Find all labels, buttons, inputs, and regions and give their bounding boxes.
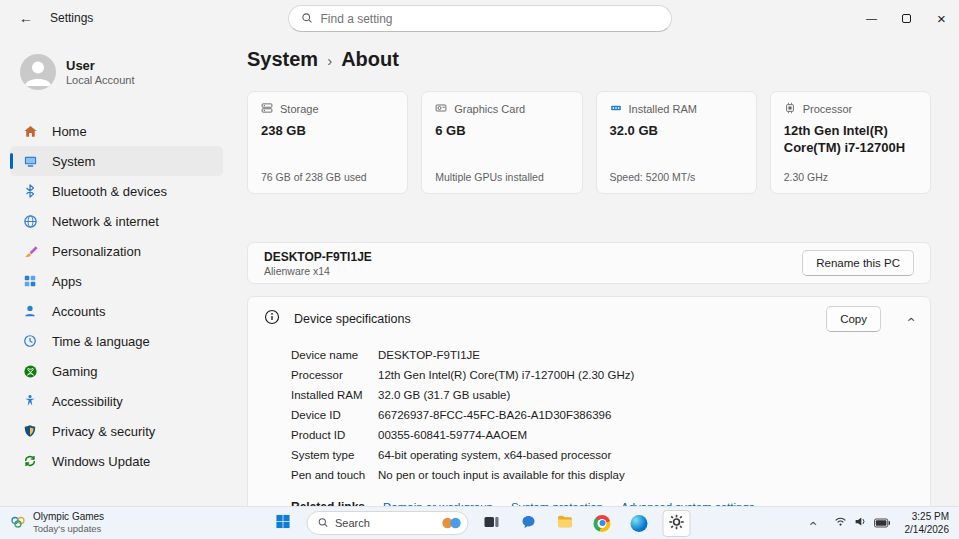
card-detail: 76 GB of 238 GB used	[261, 171, 394, 183]
sidebar-item-windows-update[interactable]: Windows Update	[10, 446, 223, 476]
user-avatar	[20, 54, 56, 90]
chrome-button[interactable]	[588, 510, 616, 537]
start-button[interactable]	[269, 510, 297, 537]
volume-icon	[854, 515, 867, 531]
spec-row: Device name DESKTOP-F9TI1JE	[291, 345, 914, 365]
system-icon	[22, 153, 38, 169]
sidebar-item-network-internet[interactable]: Network & internet	[10, 206, 223, 236]
sidebar-item-privacy-security[interactable]: Privacy & security	[10, 416, 223, 446]
battery-icon	[874, 516, 890, 531]
settings-search-input[interactable]	[321, 12, 659, 26]
card-value: 12th Gen Intel(R) Core(TM) i7-12700H	[784, 123, 917, 157]
sidebar-item-home[interactable]: Home	[10, 116, 223, 146]
copy-button[interactable]: Copy	[826, 306, 881, 332]
file-explorer-button[interactable]	[551, 510, 579, 537]
spec-row: System type 64-bit operating system, x64…	[291, 445, 914, 465]
sidebar-item-bluetooth-devices[interactable]: Bluetooth & devices	[10, 176, 223, 206]
card-value: 238 GB	[261, 123, 394, 140]
taskbar-search-box[interactable]: Search	[306, 511, 468, 535]
chat-button[interactable]	[514, 510, 542, 537]
search-highlights-icon	[440, 515, 462, 531]
settings-search-box[interactable]	[288, 5, 672, 32]
spec-label: Product ID	[291, 429, 378, 441]
sidebar-item-accounts[interactable]: Accounts	[10, 296, 223, 326]
summary-cards: Storage 238 GB 76 GB of 238 GB used Grap…	[247, 91, 931, 194]
sidebar-item-accessibility[interactable]: Accessibility	[10, 386, 223, 416]
shield-icon	[22, 423, 38, 439]
sidebar-item-label: Gaming	[52, 364, 98, 379]
edge-button[interactable]	[625, 510, 653, 537]
task-view-icon	[483, 514, 499, 533]
device-model: Alienware x14	[264, 265, 372, 277]
spec-label: Processor	[291, 369, 378, 381]
sidebar-item-label: Network & internet	[52, 214, 159, 229]
spec-value: 32.0 GB (31.7 GB usable)	[378, 389, 510, 401]
rename-pc-button[interactable]: Rename this PC	[802, 250, 914, 276]
system-tray: › 3:25 PM 2/14/2026	[804, 510, 950, 537]
edge-icon	[631, 515, 648, 532]
user-name: User	[66, 58, 135, 73]
storage-icon	[261, 102, 273, 116]
sidebar: User Local Account Home System Bluetooth…	[0, 36, 233, 506]
tray-status-button[interactable]	[829, 512, 895, 534]
titlebar: ← Settings — ×	[0, 0, 959, 36]
app-title: Settings	[50, 11, 93, 25]
file-explorer-icon	[557, 513, 574, 533]
sidebar-item-label: Privacy & security	[52, 424, 155, 439]
sidebar-item-apps[interactable]: Apps	[10, 266, 223, 296]
accessibility-icon	[22, 393, 38, 409]
wifi-icon	[834, 515, 847, 531]
sidebar-item-personalization[interactable]: Personalization	[10, 236, 223, 266]
device-specifications-header[interactable]: Device specifications Copy ›	[248, 297, 930, 341]
taskbar-clock[interactable]: 3:25 PM 2/14/2026	[905, 510, 950, 537]
widget-icon	[10, 514, 26, 533]
card-label: Processor	[803, 103, 853, 115]
settings-app-button[interactable]	[662, 510, 690, 537]
device-name: DESKTOP-F9TI1JE	[264, 250, 372, 264]
back-button[interactable]: ←	[14, 6, 38, 30]
specs-body: Device name DESKTOP-F9TI1JE Processor 12…	[248, 341, 930, 506]
ram-icon	[610, 102, 622, 116]
chevron-up-icon[interactable]: ›	[901, 317, 918, 322]
device-specifications-panel: Device specifications Copy › Device name…	[247, 296, 931, 506]
user-account-card[interactable]: User Local Account	[16, 50, 221, 94]
specs-title: Device specifications	[294, 312, 411, 326]
sidebar-item-time-language[interactable]: Time & language	[10, 326, 223, 356]
maximize-icon	[902, 14, 911, 23]
sidebar-nav: Home System Bluetooth & devices Network …	[0, 116, 233, 476]
spec-row: Product ID 00355-60841-59774-AAOEM	[291, 425, 914, 445]
sidebar-item-gaming[interactable]: Gaming	[10, 356, 223, 386]
breadcrumb-parent[interactable]: System	[247, 48, 318, 71]
chat-icon	[520, 514, 536, 533]
task-view-button[interactable]	[477, 510, 505, 537]
sidebar-item-label: Home	[52, 124, 87, 139]
sidebar-item-label: Time & language	[52, 334, 150, 349]
close-button[interactable]: ×	[924, 0, 959, 36]
spec-row: Device ID 66726937-8FCC-45FC-BA26-A1D30F…	[291, 405, 914, 425]
bluetooth-icon	[22, 183, 38, 199]
sidebar-item-label: Personalization	[52, 244, 141, 259]
ram-card: Installed RAM 32.0 GB Speed: 5200 MT/s	[596, 91, 757, 194]
paintbrush-icon	[22, 243, 38, 259]
sidebar-item-label: Apps	[52, 274, 82, 289]
maximize-button[interactable]	[889, 0, 924, 36]
spec-row: Installed RAM 32.0 GB (31.7 GB usable)	[291, 385, 914, 405]
card-value: 32.0 GB	[610, 123, 743, 140]
minimize-button[interactable]: —	[854, 0, 889, 36]
spec-value: DESKTOP-F9TI1JE	[378, 349, 480, 361]
widget-subtext: Today's updates	[33, 523, 104, 535]
processor-card: Processor 12th Gen Intel(R) Core(TM) i7-…	[770, 91, 931, 194]
storage-card: Storage 238 GB 76 GB of 238 GB used	[247, 91, 408, 194]
card-detail: Multiple GPUs installed	[435, 171, 568, 183]
device-name-panel: DESKTOP-F9TI1JE Alienware x14 Rename thi…	[247, 242, 931, 284]
widgets-button[interactable]: Olympic Games Today's updates	[10, 511, 104, 535]
spec-label: Installed RAM	[291, 389, 378, 401]
clock-date: 2/14/2026	[905, 523, 950, 537]
search-icon	[301, 10, 313, 28]
page-title: About	[341, 48, 399, 71]
tray-overflow-button[interactable]: ›	[804, 512, 819, 535]
spec-label: Device name	[291, 349, 378, 361]
card-value: 6 GB	[435, 123, 568, 140]
sidebar-item-system[interactable]: System	[10, 146, 223, 176]
taskbar: Olympic Games Today's updates Search	[0, 506, 959, 539]
